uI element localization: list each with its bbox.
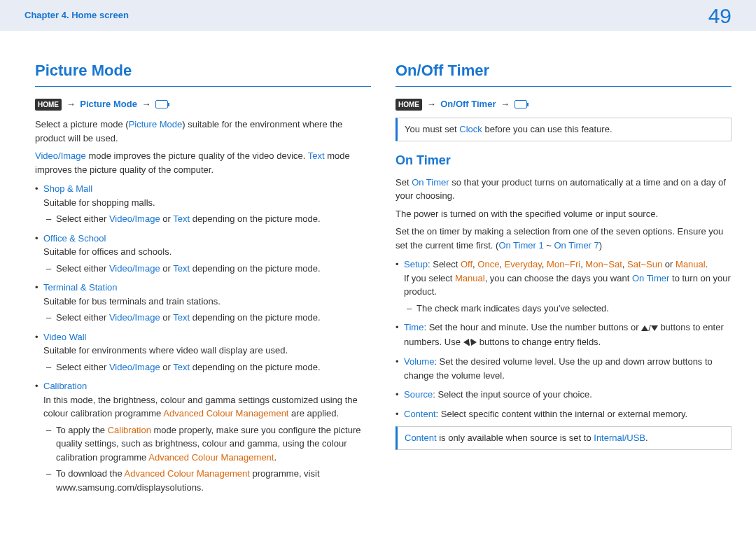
- timer-setup-check: The check mark indicates days you've sel…: [416, 302, 732, 316]
- page-number: 49: [708, 0, 732, 31]
- mode-terminal-note: Select either Video/Image or Text depend…: [56, 311, 371, 325]
- timer-options: Setup: Select Off, Once, Everyday, Mon~F…: [396, 258, 732, 421]
- home-icon: HOME: [396, 99, 422, 111]
- picture-mode-desc: Video/Image mode improves the picture qu…: [35, 149, 371, 176]
- content-note: Content is only available when source is…: [396, 426, 732, 450]
- timer-setup-manual: If you select Manual, you can choose the…: [404, 272, 732, 299]
- mode-calibration: Calibration In this mode, the brightness…: [43, 379, 371, 494]
- on-timer-subheading: On Timer: [396, 151, 732, 170]
- timer-volume: Volume: Set the desired volume level. Us…: [404, 355, 732, 382]
- picture-mode-nav: HOME → Picture Mode →: [35, 97, 371, 111]
- on-timer-range: Set the on timer by making a selection f…: [396, 225, 732, 252]
- arrow-icon: →: [427, 99, 436, 109]
- home-icon: HOME: [35, 99, 62, 111]
- mode-videowall-note: Select either Video/Image or Text depend…: [56, 360, 371, 374]
- timer-content: Content: Select specific content within …: [404, 407, 732, 421]
- timer-setup: Setup: Select Off, Once, Everyday, Mon~F…: [404, 258, 732, 315]
- timer-time: Time: Set the hour and minute. Use the n…: [404, 321, 732, 349]
- mode-shop-mall: Shop & Mall Suitable for shopping malls.…: [43, 182, 371, 226]
- calibration-desc: In this mode, the brightness, colour and…: [43, 393, 371, 421]
- enter-icon: [155, 100, 168, 108]
- calibration-apply-note: To apply the Calibration mode properly, …: [56, 423, 371, 465]
- nav-onoff-timer: On/Off Timer: [440, 99, 496, 109]
- mode-shop-mall-note: Select either Video/Image or Text depend…: [56, 212, 371, 226]
- arrow-icon: →: [66, 99, 76, 109]
- left-right-icon: /: [463, 336, 477, 350]
- on-timer-intro: Set On Timer so that your product turns …: [396, 176, 732, 203]
- clock-note: You must set Clock before you can use th…: [396, 118, 732, 141]
- mode-list: Shop & Mall Suitable for shopping malls.…: [35, 182, 371, 494]
- mode-office-note: Select either Video/Image or Text depend…: [56, 262, 371, 276]
- onoff-timer-heading: On/Off Timer: [396, 59, 732, 87]
- nav-picture-mode: Picture Mode: [80, 99, 137, 109]
- chapter-label: Chapter 4. Home screen: [24, 10, 129, 20]
- picture-mode-intro: Select a picture mode (Picture Mode) sui…: [35, 118, 371, 145]
- arrow-icon: →: [500, 99, 510, 109]
- content-area: Picture Mode HOME → Picture Mode → Selec…: [0, 31, 756, 509]
- mode-terminal-station: Terminal & Station Suitable for bus term…: [43, 281, 371, 325]
- enter-icon: [514, 100, 527, 108]
- left-column: Picture Mode HOME → Picture Mode → Selec…: [35, 59, 371, 495]
- page-header: Chapter 4. Home screen 49: [0, 0, 756, 31]
- picture-mode-heading: Picture Mode: [35, 59, 371, 87]
- arrow-icon: →: [142, 99, 151, 109]
- up-down-icon: /: [641, 321, 658, 335]
- on-timer-power: The power is turned on with the specifie…: [396, 207, 732, 221]
- timer-source: Source: Select the input source of your …: [404, 388, 732, 402]
- calibration-download-note: To download the Advanced Colour Manageme…: [56, 467, 371, 494]
- onoff-timer-nav: HOME → On/Off Timer →: [396, 97, 732, 111]
- mode-video-wall: Video Wall Suitable for environments whe…: [43, 330, 371, 374]
- right-column: On/Off Timer HOME → On/Off Timer → You m…: [396, 59, 732, 495]
- mode-office-school: Office & School Suitable for offices and…: [43, 232, 371, 276]
